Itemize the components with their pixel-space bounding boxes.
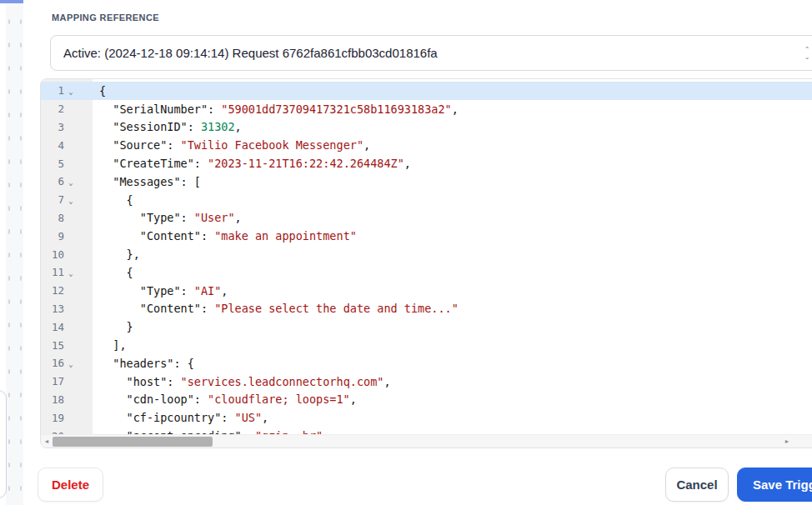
code-line[interactable]: 19 "cf-ipcountry": "US", — [41, 408, 812, 427]
request-select-value: Active: (2024-12-18 09:14:14) Request 67… — [63, 46, 438, 60]
code-content: "SessionID": 31302, — [93, 120, 812, 133]
horizontal-scrollbar[interactable]: ◄ ► — [41, 434, 812, 448]
code-line[interactable]: 13 "Content": "Please select the date an… — [41, 300, 812, 318]
token-pun: , — [235, 120, 242, 133]
scrollbar-thumb[interactable] — [53, 437, 213, 447]
gutter-cell: 10 — [41, 248, 93, 261]
gutter-cell: 19 — [41, 412, 93, 424]
code-line[interactable]: 12 "Type": "AI", — [41, 282, 812, 300]
fold-placeholder — [64, 162, 78, 165]
code-content: "host": "services.leadconnectorhq.com", — [93, 375, 812, 388]
mapping-reference-panel: MAPPING REFERENCE Active: (2024-12-18 09… — [23, 0, 812, 505]
code-content: "Content": "Please select the date and t… — [93, 302, 812, 315]
code-line[interactable]: 18 "cdn-loop": "cloudflare; loops=1", — [41, 391, 812, 409]
token-ws — [99, 411, 127, 424]
gutter-cell: 17 — [41, 375, 93, 388]
token-pun: : — [221, 411, 234, 424]
code-line[interactable]: 14 } — [41, 318, 812, 336]
fold-placeholder — [64, 217, 78, 219]
code-line[interactable]: 16⌄ "headers": { — [41, 354, 812, 372]
line-number: 5 — [41, 158, 64, 170]
code-line[interactable]: 10 }, — [41, 245, 812, 263]
code-content: "SerialNumber": "59001dd73709417321c58b1… — [93, 102, 812, 116]
save-trigger-button[interactable]: Save Trigger — [737, 468, 812, 502]
token-str: "US" — [235, 411, 263, 424]
code-content: "CreateTime": "2023-11-21T16:22:42.26448… — [93, 157, 812, 170]
cancel-button[interactable]: Cancel — [665, 468, 729, 502]
fold-placeholder — [64, 108, 78, 110]
line-number: 10 — [41, 248, 64, 261]
gutter-cell: 2 — [41, 102, 93, 115]
gutter-cell: 3 — [41, 121, 93, 133]
line-number: 9 — [41, 230, 64, 242]
line-number: 11 — [41, 266, 64, 278]
fold-placeholder — [64, 344, 78, 347]
fold-chevron-icon[interactable]: ⌄ — [64, 176, 78, 187]
token-pun: : — [194, 157, 208, 170]
token-pun: , — [235, 211, 242, 224]
delete-button[interactable]: Delete — [38, 468, 103, 502]
token-pun: , — [404, 157, 411, 170]
token-key: "Content" — [140, 302, 201, 315]
token-ws — [99, 320, 127, 333]
token-key: "cdn-loop" — [127, 392, 194, 406]
code-line[interactable]: 3 "SessionID": 31302, — [41, 118, 812, 137]
code-line[interactable]: 5 "CreateTime": "2023-11-21T16:22:42.264… — [41, 154, 812, 172]
code-line[interactable]: 15 ], — [41, 336, 812, 354]
token-pun: { — [127, 193, 133, 207]
chevron-up-icon: ⌃ — [804, 47, 810, 53]
chevron-up-down-icon[interactable]: ⌃ ⌄ — [803, 47, 811, 61]
code-line[interactable]: 8 "Type": "User", — [41, 209, 812, 228]
line-number: 2 — [41, 102, 64, 115]
line-number: 13 — [41, 302, 64, 315]
node-accent-bar — [0, 0, 23, 3]
token-ws — [99, 211, 140, 224]
code-line[interactable]: 6⌄ "Messages": [ — [41, 172, 812, 191]
code-content: "cf-ipcountry": "US", — [93, 411, 812, 424]
line-number: 15 — [41, 339, 64, 352]
code-content: { — [93, 193, 812, 207]
token-ws — [99, 193, 127, 207]
token-str: "59001dd73709417321c58b11693183a2" — [221, 102, 451, 116]
code-line[interactable]: 7⌄ { — [41, 191, 812, 209]
token-key: "SerialNumber" — [113, 102, 208, 116]
line-number: 8 — [41, 212, 64, 224]
token-pun: , — [221, 284, 228, 298]
gutter-cell: 1⌄ — [41, 84, 93, 97]
token-pun: ], — [113, 338, 126, 352]
token-pun: : — [188, 120, 201, 133]
fold-placeholder — [64, 235, 78, 238]
code-content: } — [93, 320, 812, 333]
code-content: "cdn-loop": "cloudflare; loops=1", — [93, 392, 812, 406]
code-line[interactable]: 9 "Content": "make an appointment" — [41, 227, 812, 245]
json-code-editor[interactable]: 1⌄{2 "SerialNumber": "59001dd73709417321… — [40, 78, 812, 448]
code-content: "headers": { — [93, 357, 812, 370]
token-key: "Type" — [140, 211, 181, 224]
request-select[interactable]: Active: (2024-12-18 09:14:14) Request 67… — [50, 35, 812, 71]
gutter-cell: 5 — [41, 158, 93, 170]
scroll-left-icon[interactable]: ◄ — [41, 438, 53, 444]
fold-placeholder — [64, 380, 78, 382]
fold-chevron-icon[interactable]: ⌄ — [64, 358, 78, 368]
code-content: "Messages": [ — [93, 175, 812, 188]
line-number: 18 — [41, 393, 64, 406]
code-line[interactable]: 1⌄{ — [41, 82, 812, 100]
token-pun: , — [452, 102, 459, 116]
token-pun: }, — [127, 248, 140, 261]
token-ws — [99, 157, 113, 170]
line-number: 4 — [41, 139, 64, 152]
fold-chevron-icon[interactable]: ⌄ — [64, 85, 78, 96]
scroll-right-icon[interactable]: ► — [781, 438, 793, 444]
token-pun: : — [208, 102, 221, 116]
code-line[interactable]: 4 "Source": "Twilio Facebook Messenger", — [41, 136, 812, 154]
code-line[interactable]: 11⌄ { — [41, 263, 812, 282]
token-ws — [99, 284, 140, 298]
token-key: "Content" — [140, 229, 201, 242]
fold-chevron-icon[interactable]: ⌄ — [64, 267, 78, 278]
token-key: "SessionID" — [113, 120, 187, 133]
fold-placeholder — [64, 289, 78, 292]
code-line[interactable]: 17 "host": "services.leadconnectorhq.com… — [41, 372, 812, 391]
fold-chevron-icon[interactable]: ⌄ — [64, 194, 78, 205]
code-line[interactable]: 2 "SerialNumber": "59001dd73709417321c58… — [41, 100, 812, 118]
token-key: "cf-ipcountry" — [127, 411, 222, 424]
